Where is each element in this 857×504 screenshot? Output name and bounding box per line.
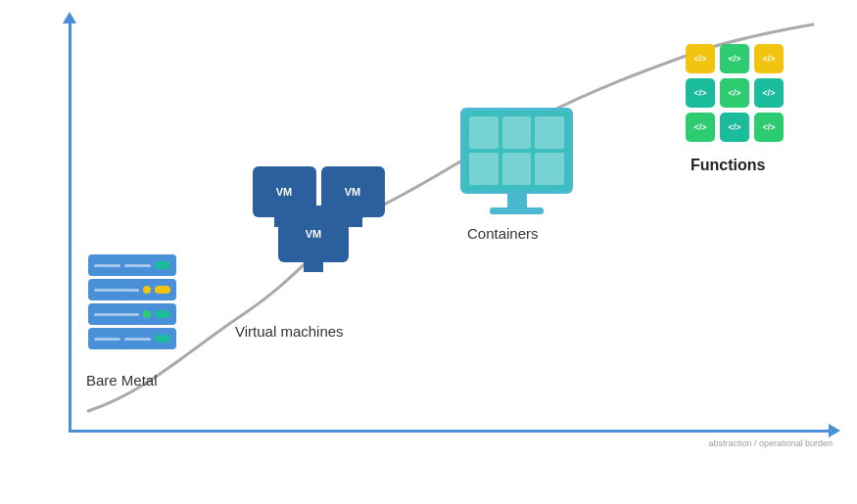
- monitor-neck: [507, 194, 527, 207]
- func-cell-7: </>: [686, 113, 715, 142]
- server-toggle: [155, 335, 170, 343]
- containers-label: Containers: [467, 225, 539, 242]
- func-cell-5: </>: [720, 78, 749, 108]
- chart-area: Bare Metal VM VM VM Virtual machines: [39, 20, 842, 480]
- func-cell-4: </>: [686, 78, 715, 108]
- server-unit-3: [88, 303, 176, 325]
- functions-label: Functions: [690, 157, 765, 174]
- functions-icon: </> </> </> </> </> </> </> </> </>: [686, 44, 784, 142]
- func-cell-6: </>: [754, 78, 784, 108]
- monitor-cell: [502, 116, 532, 149]
- monitor-cell: [469, 116, 499, 149]
- virtual-machines-label: Virtual machines: [235, 323, 344, 340]
- monitor-cell: [469, 153, 499, 185]
- containers-icon: [460, 108, 573, 214]
- server-line: [94, 338, 120, 341]
- server-line: [94, 264, 120, 267]
- func-cell-2: </>: [720, 44, 749, 73]
- server-line: [94, 289, 139, 292]
- server-toggle: [155, 286, 170, 294]
- monitor-cell: [535, 116, 564, 149]
- server-line: [124, 338, 151, 341]
- server-unit-4: [88, 328, 176, 349]
- monitor-screen: [460, 108, 573, 194]
- bare-metal-icon: [88, 254, 176, 352]
- func-cell-9: </>: [754, 113, 784, 142]
- server-indicator: [143, 310, 151, 318]
- server-indicator: [143, 286, 151, 294]
- server-toggle: [155, 310, 170, 318]
- axis-label: abstraction / operational burden: [637, 438, 833, 448]
- func-cell-1: </>: [686, 44, 715, 73]
- bare-metal-label: Bare Metal: [86, 372, 158, 389]
- vm-box-3: VM: [278, 206, 349, 262]
- server-line: [124, 264, 151, 267]
- monitor-cell: [502, 153, 532, 185]
- func-cell-3: </>: [754, 44, 784, 73]
- server-unit-2: [88, 279, 176, 300]
- server-line: [94, 313, 139, 316]
- server-toggle: [155, 261, 170, 269]
- server-unit-1: [88, 254, 176, 276]
- func-cell-8: </>: [720, 113, 749, 142]
- monitor-base: [490, 207, 544, 214]
- monitor-cell: [535, 153, 564, 185]
